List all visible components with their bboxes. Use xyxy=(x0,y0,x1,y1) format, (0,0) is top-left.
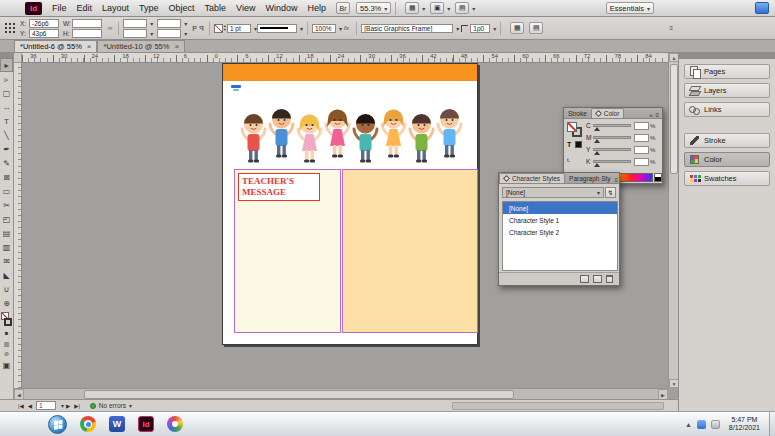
screen-mode-button[interactable]: ▣ xyxy=(0,358,13,372)
dock-button-swatches[interactable]: Swatches xyxy=(684,171,770,186)
chevron-down-icon[interactable]: ▾ xyxy=(339,25,342,32)
chevron-down-icon[interactable]: ▾ xyxy=(150,20,153,27)
chevron-down-icon[interactable]: ▾ xyxy=(472,5,475,12)
chevron-down-icon[interactable]: ▾ xyxy=(150,30,153,37)
last-page-button[interactable]: ▶| xyxy=(74,403,80,409)
direct-selection-tool[interactable]: ▹ xyxy=(0,72,13,86)
chrome-taskbar-icon[interactable] xyxy=(80,416,96,432)
zoom-level-dropdown[interactable]: 55.3% ▾ xyxy=(356,2,391,14)
channel-slider[interactable] xyxy=(593,160,631,163)
channel-value-field[interactable] xyxy=(634,122,649,130)
page-header-bar[interactable] xyxy=(223,64,477,81)
channel-slider[interactable] xyxy=(593,124,631,127)
height-field[interactable] xyxy=(72,29,102,38)
chevron-down-icon[interactable]: ▾ xyxy=(493,25,496,32)
small-text-icon[interactable]: t. xyxy=(567,157,570,163)
bridge-icon[interactable]: Br xyxy=(336,2,350,14)
slider-thumb-icon[interactable] xyxy=(594,163,600,167)
effects-icon[interactable]: fx. xyxy=(344,25,350,31)
kids-illustration[interactable] xyxy=(234,91,468,169)
stroke-swatch[interactable] xyxy=(4,318,12,326)
panel-menu-icon[interactable]: ≡ xyxy=(615,177,619,183)
slider-thumb-icon[interactable] xyxy=(594,151,600,155)
workspace-switcher[interactable]: Essentials ▾ xyxy=(606,2,654,14)
style-item-1[interactable]: Character Style 1 xyxy=(503,214,617,226)
apply-gradient-button[interactable]: ▥ xyxy=(0,338,13,348)
fill-stroke-proxy[interactable] xyxy=(0,312,13,328)
menu-object[interactable]: Object xyxy=(164,1,200,15)
type-tool[interactable]: T xyxy=(0,114,13,128)
stroke-weight-field[interactable]: 1 pt xyxy=(227,24,251,33)
gap-tool[interactable]: ↔ xyxy=(0,100,13,114)
chevron-down-icon[interactable]: ▾ xyxy=(184,30,187,37)
indesign-taskbar-icon[interactable]: Id xyxy=(138,416,154,432)
fill-stroke-proxy[interactable] xyxy=(567,122,583,138)
show-desktop-button[interactable] xyxy=(769,412,775,436)
tab-color[interactable]: Color xyxy=(591,108,625,118)
formatting-affects-text-icon[interactable]: T xyxy=(567,141,571,148)
hand-tool[interactable]: ∪ xyxy=(0,282,13,296)
fill-swatch-none[interactable] xyxy=(567,122,577,132)
chevron-down-icon[interactable]: ▾ xyxy=(61,402,64,409)
horizontal-scroll-thumb[interactable] xyxy=(84,390,514,399)
menu-layout[interactable]: Layout xyxy=(97,1,134,15)
vertical-scrollbar[interactable]: ▲ ▼ xyxy=(668,53,678,388)
constrain-proportions-icon[interactable]: ∞ xyxy=(108,25,112,31)
gradient-feather-tool[interactable]: ▥ xyxy=(0,240,13,254)
dock-button-pages[interactable]: Pages xyxy=(684,64,770,79)
stroke-type-dropdown[interactable] xyxy=(257,24,297,33)
vertical-scroll-thumb[interactable] xyxy=(670,64,678,174)
line-tool[interactable]: ╲ xyxy=(0,128,13,142)
free-transform-tool[interactable]: ◰ xyxy=(0,212,13,226)
control-panel-menu-icon[interactable]: ≡ xyxy=(669,25,673,31)
formatting-affects-container-icon[interactable] xyxy=(575,141,582,148)
apply-none-button[interactable]: ⊘ xyxy=(0,348,13,358)
dock-collapse-header[interactable] xyxy=(679,53,775,59)
start-button[interactable] xyxy=(48,415,67,434)
menu-edit[interactable]: Edit xyxy=(72,1,98,15)
stroke-weight-stepper[interactable]: ▴▾ xyxy=(224,24,226,33)
white-black-swatch[interactable] xyxy=(654,173,662,182)
word-taskbar-icon[interactable]: W xyxy=(109,416,125,432)
vertical-ruler[interactable] xyxy=(14,63,22,388)
rectangle-tool[interactable]: ▭ xyxy=(0,184,13,198)
teachers-message-frame[interactable]: TEACHER'S MESSAGE xyxy=(238,173,320,201)
quick-apply-icon[interactable]: ↯ xyxy=(605,187,616,198)
chevron-down-icon[interactable]: ▾ xyxy=(300,25,303,32)
paint-taskbar-icon[interactable] xyxy=(167,416,183,432)
scissors-tool[interactable]: ✂ xyxy=(0,198,13,212)
show-hidden-icons-icon[interactable]: ▲ xyxy=(685,421,692,428)
rotation-angle-field[interactable] xyxy=(157,19,181,28)
shear-angle-field[interactable] xyxy=(157,29,181,38)
eyedropper-tool[interactable]: ◣ xyxy=(0,268,13,282)
menu-table[interactable]: Table xyxy=(200,1,232,15)
taskbar-clock[interactable]: 5:47 PM 8/12/2021 xyxy=(729,416,760,433)
menu-window[interactable]: Window xyxy=(260,1,302,15)
scale-x-field[interactable] xyxy=(123,19,147,28)
pen-tool[interactable]: ✒ xyxy=(0,142,13,156)
channel-value-field[interactable] xyxy=(634,146,649,154)
chevron-down-icon[interactable]: ▾ xyxy=(422,5,425,12)
text-wrap-icon[interactable]: ▦ xyxy=(510,22,524,34)
x-position-field[interactable]: -26p6 xyxy=(29,19,59,28)
opacity-field[interactable]: 100% xyxy=(312,24,336,33)
horizontal-scrollbar[interactable]: ◀ ▶ xyxy=(14,388,668,399)
selection-tool[interactable]: ▸ xyxy=(0,58,13,72)
flip-vertical-icon[interactable]: P xyxy=(199,25,204,32)
rectangle-frame-tool[interactable]: ⊠ xyxy=(0,170,13,184)
flip-horizontal-icon[interactable]: P xyxy=(192,25,197,32)
width-field[interactable] xyxy=(72,19,102,28)
scale-y-field[interactable] xyxy=(123,29,147,38)
zoom-tool[interactable]: ⊕ xyxy=(0,296,13,310)
volume-tray-icon[interactable] xyxy=(711,420,720,429)
document-page[interactable]: TEACHER'S MESSAGE xyxy=(222,63,478,345)
menu-type[interactable]: Type xyxy=(134,1,164,15)
channel-value-field[interactable] xyxy=(634,158,649,166)
panel-menu-icon[interactable]: ≡ xyxy=(655,112,659,118)
new-style-button[interactable] xyxy=(593,275,602,283)
channel-slider[interactable] xyxy=(593,136,631,139)
left-text-box[interactable]: TEACHER'S MESSAGE xyxy=(234,169,341,333)
y-position-field[interactable]: 43p6 xyxy=(29,29,59,38)
dock-button-stroke[interactable]: Stroke xyxy=(684,133,770,148)
slider-thumb-icon[interactable] xyxy=(594,139,600,143)
